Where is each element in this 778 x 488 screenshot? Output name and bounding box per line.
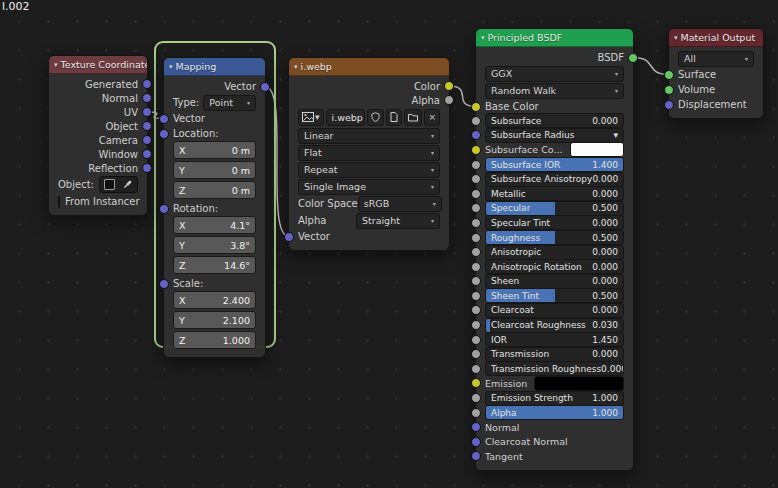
source-dropdown[interactable]: Single Image ▾ <box>298 179 440 195</box>
uv-output-socket[interactable] <box>142 107 152 117</box>
clearcoat-roughness-input-socket[interactable] <box>471 320 481 330</box>
projection-dropdown[interactable]: Flat ▾ <box>298 145 440 161</box>
metallic-input-socket[interactable] <box>471 189 481 199</box>
roughness-input-socket[interactable] <box>471 233 481 243</box>
sheen-tint-input-socket[interactable] <box>471 291 481 301</box>
alpha-slider[interactable]: Alpha1.000 <box>485 405 624 420</box>
location-y-field[interactable]: Y 0 m <box>173 161 256 179</box>
transmission-slider[interactable]: Transmission0.000 <box>485 347 624 362</box>
open-image-button[interactable] <box>404 109 422 126</box>
transmission-roughness-slider[interactable]: Transmission Roughness0.000 <box>485 361 624 376</box>
rotation-z-field[interactable]: Z 14.6° <box>173 256 256 274</box>
subsurface-radius-input-socket[interactable] <box>471 130 481 140</box>
specular-input-socket[interactable] <box>471 203 481 213</box>
specular-tint-input-socket[interactable] <box>471 218 481 228</box>
object-field[interactable] <box>99 176 138 193</box>
unlink-image-button[interactable]: × <box>424 109 440 126</box>
node-texture-coordinate[interactable]: ▾ Texture Coordinate Generated Normal UV… <box>48 55 148 216</box>
tangent-input-socket[interactable] <box>471 451 481 461</box>
image-texture-header[interactable]: ▾ i.webp <box>289 58 449 76</box>
clearcoat-input-socket[interactable] <box>471 305 481 315</box>
rotation-y-field[interactable]: Y 3.8° <box>173 236 256 254</box>
object-output-socket[interactable] <box>142 121 152 131</box>
subsurface-color-input-socket[interactable] <box>471 145 481 155</box>
browse-image-button[interactable]: ▾ <box>298 109 324 126</box>
sheen-slider[interactable]: Sheen0.000 <box>485 274 624 289</box>
camera-output-socket[interactable] <box>142 135 152 145</box>
distribution-dropdown[interactable]: GGX ▾ <box>485 66 624 82</box>
from-instancer-row[interactable]: From Instancer <box>49 194 147 209</box>
texture-coordinate-header[interactable]: ▾ Texture Coordinate <box>49 56 147 74</box>
anisotropic-rotation-input-socket[interactable] <box>471 262 481 272</box>
surface-input-socket[interactable] <box>664 70 674 80</box>
emission-strength-field[interactable]: Emission Strength1.000 <box>485 391 624 406</box>
fake-user-button[interactable] <box>367 109 384 126</box>
scale-x-field[interactable]: X 2.400 <box>173 291 256 309</box>
transmission-input-socket[interactable] <box>471 349 481 359</box>
subsurface-anisotropy-input-socket[interactable] <box>471 174 481 184</box>
ior-input-socket[interactable] <box>471 335 481 345</box>
vector-input-socket[interactable] <box>284 232 294 242</box>
volume-input-socket[interactable] <box>664 85 674 95</box>
roughness-slider[interactable]: Roughness0.500 <box>485 230 624 245</box>
alpha-output-socket[interactable] <box>444 95 454 105</box>
displacement-input-socket[interactable] <box>664 100 674 110</box>
reflection-output-socket[interactable] <box>142 163 152 173</box>
subsurface-slider[interactable]: Subsurface0.000 <box>485 113 624 128</box>
color-space-dropdown[interactable]: sRGB ▾ <box>358 196 442 212</box>
node-image-texture[interactable]: ▾ i.webp Color Alpha ▾ <box>288 57 450 251</box>
subsurface-ior-input-socket[interactable] <box>471 160 481 170</box>
vector-input-socket[interactable] <box>159 114 169 124</box>
transmission-roughness-input-socket[interactable] <box>471 364 481 374</box>
subsurface-color-swatch[interactable] <box>570 142 624 157</box>
anisotropic-rotation-slider[interactable]: Anisotropic Rotation0.000 <box>485 259 624 274</box>
collapse-icon[interactable]: ▾ <box>54 61 58 69</box>
node-material-output[interactable]: ▾ Material Output All ▾ Surface Volume D… <box>668 28 764 119</box>
normal-input-socket[interactable] <box>471 422 481 432</box>
collapse-icon[interactable]: ▾ <box>481 34 485 42</box>
sheen-input-socket[interactable] <box>471 276 481 286</box>
window-output-socket[interactable] <box>142 149 152 159</box>
sheen-tint-slider[interactable]: Sheen Tint0.500 <box>485 288 624 303</box>
new-image-button[interactable] <box>386 109 402 126</box>
collapse-icon[interactable]: ▾ <box>294 63 298 71</box>
collapse-icon[interactable]: ▾ <box>674 34 678 42</box>
color-output-socket[interactable] <box>444 81 454 91</box>
emission-strength-input-socket[interactable] <box>471 393 481 403</box>
clearcoat-normal-input-socket[interactable] <box>471 437 481 447</box>
anisotropic-input-socket[interactable] <box>471 247 481 257</box>
base-color-input-socket[interactable] <box>471 102 481 112</box>
alpha-input-socket[interactable] <box>471 408 481 418</box>
location-z-field[interactable]: Z 0 m <box>173 181 256 199</box>
rotation-x-field[interactable]: X 4.1° <box>173 216 256 234</box>
principled-header[interactable]: ▾ Principled BSDF <box>476 29 633 47</box>
scale-y-field[interactable]: Y 2.100 <box>173 311 256 329</box>
specular-slider[interactable]: Specular0.500 <box>485 201 624 216</box>
node-editor-canvas[interactable]: l.002 ▾ Texture Coordinate Generated Nor… <box>0 0 778 488</box>
subsurface-radius-field[interactable]: Subsurface Radius▾ <box>485 128 624 143</box>
material-output-header[interactable]: ▾ Material Output <box>669 29 763 47</box>
rotation-input-socket[interactable] <box>159 204 169 214</box>
location-input-socket[interactable] <box>159 129 169 139</box>
scale-input-socket[interactable] <box>159 279 169 289</box>
image-name-field[interactable]: i.webp <box>326 109 366 126</box>
type-dropdown[interactable]: Point ▾ <box>203 95 256 111</box>
clearcoat-roughness-slider[interactable]: Clearcoat Roughness0.030 <box>485 318 624 333</box>
metallic-slider[interactable]: Metallic0.000 <box>485 186 624 201</box>
generated-output-socket[interactable] <box>142 79 152 89</box>
node-principled-bsdf[interactable]: ▾ Principled BSDF BSDF GGX ▾ Random Walk… <box>475 28 634 471</box>
mapping-header[interactable]: ▾ Mapping <box>164 58 265 76</box>
vector-output-socket[interactable] <box>260 82 270 92</box>
emission-input-socket[interactable] <box>471 378 481 388</box>
target-dropdown[interactable]: All ▾ <box>678 51 754 67</box>
anisotropic-slider[interactable]: Anisotropic0.000 <box>485 245 624 260</box>
interpolation-dropdown[interactable]: Linear ▾ <box>298 128 440 144</box>
subsurface-method-dropdown[interactable]: Random Walk ▾ <box>485 83 624 99</box>
scale-z-field[interactable]: Z 1.000 <box>173 331 256 349</box>
emission-color-swatch[interactable] <box>534 376 624 391</box>
alpha-mode-dropdown[interactable]: Straight ▾ <box>356 213 440 229</box>
location-x-field[interactable]: X 0 m <box>173 141 256 159</box>
clearcoat-slider[interactable]: Clearcoat0.000 <box>485 303 624 318</box>
subsurface-anisotropy-slider[interactable]: Subsurface Anisotropy0.000 <box>485 172 624 187</box>
specular-tint-slider[interactable]: Specular Tint0.000 <box>485 215 624 230</box>
